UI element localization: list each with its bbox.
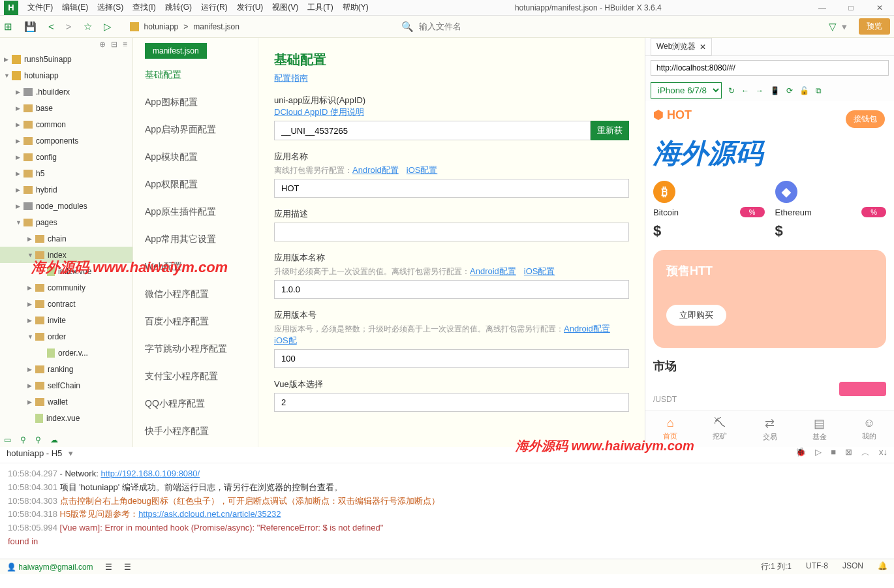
maximize-button[interactable]: □ xyxy=(837,0,865,16)
manifest-nav-item[interactable]: QQ小程序配置 xyxy=(133,390,258,418)
menu-item[interactable]: 文件(F) xyxy=(27,2,53,13)
manifest-nav-item[interactable]: App模块配置 xyxy=(133,144,258,171)
user-email[interactable]: 👤 haiwaym@gmail.com xyxy=(7,563,93,572)
phone-icon[interactable]: 📱 xyxy=(770,86,780,95)
manifest-nav-item[interactable]: App常用其它设置 xyxy=(133,226,258,253)
tree-item[interactable]: order.v... xyxy=(0,345,132,361)
nav-item[interactable]: ▤基金 xyxy=(795,416,844,442)
menu-item[interactable]: 运行(R) xyxy=(201,2,228,13)
tree-item[interactable]: ▼order xyxy=(0,328,132,345)
nav-back-icon[interactable]: < xyxy=(48,21,54,32)
appdesc-input[interactable] xyxy=(274,223,629,241)
vue-input[interactable] xyxy=(274,393,629,412)
nav-forward-icon[interactable]: > xyxy=(66,21,72,32)
collapse-icon[interactable]: ⊟ xyxy=(111,40,117,49)
sidebar-tool2-icon[interactable]: ⚲ xyxy=(20,435,26,444)
appname-input[interactable] xyxy=(274,179,629,198)
tree-item[interactable]: ▶config xyxy=(0,149,132,165)
filter-icon[interactable]: ▽ xyxy=(829,21,837,33)
star-icon[interactable]: ☆ xyxy=(84,21,92,33)
appid-input[interactable] xyxy=(274,121,591,140)
tree-item[interactable]: ▶selfChain xyxy=(0,377,132,394)
save-icon[interactable]: 💾 xyxy=(24,21,37,33)
nav-item[interactable]: ⇄交易 xyxy=(745,416,794,442)
tree-item[interactable]: ▶hybrid xyxy=(0,181,132,198)
editor-tab[interactable]: manifest.json xyxy=(145,43,207,59)
status-icon2[interactable]: ☰ xyxy=(124,563,131,572)
config-guide-link[interactable]: 配置指南 xyxy=(274,73,308,83)
breadcrumb-project[interactable]: hotuniapp xyxy=(144,22,179,31)
tree-item[interactable]: ▶wallet xyxy=(0,394,132,410)
buy-now-button[interactable]: 立即购买 xyxy=(666,305,726,326)
stop-icon[interactable]: ■ xyxy=(831,447,836,459)
manifest-nav-item[interactable]: App权限配置 xyxy=(133,171,258,198)
manifest-nav-item[interactable]: 支付宝小程序配置 xyxy=(133,363,258,390)
coin-card[interactable]: ₿Bitcoin%$ xyxy=(653,181,765,240)
tree-item[interactable]: ▶contract xyxy=(0,296,132,312)
tree-item[interactable]: ▼index xyxy=(0,247,132,263)
menu-item[interactable]: 工具(T) xyxy=(307,2,333,13)
menu-item[interactable]: 发行(U) xyxy=(237,2,264,13)
browser-tab[interactable]: Web浏览器✕ xyxy=(651,38,712,55)
appid-help-link[interactable]: DCloud AppID 使用说明 xyxy=(274,107,364,117)
collapse-console-icon[interactable]: ︿ xyxy=(861,447,870,459)
tree-item[interactable]: ▼hotuniapp xyxy=(0,67,132,84)
tree-item[interactable]: index.vue xyxy=(0,263,132,279)
regen-appid-button[interactable]: 重新获 xyxy=(591,121,629,140)
breadcrumb-file[interactable]: manifest.json xyxy=(193,22,239,31)
nav-item[interactable]: ⌂首页 xyxy=(645,416,695,442)
manifest-nav-item[interactable]: App启动界面配置 xyxy=(133,116,258,144)
bug-icon[interactable]: 🐞 xyxy=(795,447,806,459)
nav-item[interactable]: ⛏挖矿 xyxy=(695,416,745,442)
device-select[interactable]: iPhone 6/7/8 xyxy=(651,82,722,99)
tree-item[interactable]: ▶base xyxy=(0,100,132,116)
menu-item[interactable]: 帮助(Y) xyxy=(343,2,369,13)
file-search-input[interactable] xyxy=(419,22,549,31)
tree-item[interactable]: ▶chain xyxy=(0,230,132,247)
close-tab-icon[interactable]: ✕ xyxy=(700,42,706,52)
rotate-icon[interactable]: ⟳ xyxy=(786,86,793,95)
menu-item[interactable]: 视图(V) xyxy=(272,2,298,13)
tree-item[interactable]: ▶community xyxy=(0,279,132,296)
vername-input[interactable] xyxy=(274,280,629,299)
sidebar-tool3-icon[interactable]: ⚲ xyxy=(35,435,41,444)
back-icon[interactable]: ← xyxy=(741,86,749,95)
vercode-input[interactable] xyxy=(274,349,629,368)
nav-item[interactable]: ☺我的 xyxy=(844,416,894,442)
language-mode[interactable]: JSON xyxy=(842,561,863,572)
status-icon1[interactable]: ☰ xyxy=(105,563,112,572)
manifest-nav-item[interactable]: 字节跳动小程序配置 xyxy=(133,335,258,363)
tree-item[interactable]: ▶h5 xyxy=(0,165,132,181)
menu-item[interactable]: 查找(I) xyxy=(132,2,155,13)
sidebar-cloud-icon[interactable]: ☁ xyxy=(50,435,58,444)
tree-item[interactable]: ▶runsh5uinapp xyxy=(0,51,132,67)
run-icon[interactable]: ▷ xyxy=(104,21,112,33)
bell-icon[interactable]: 🔔 xyxy=(878,561,887,572)
refresh-icon[interactable]: ↻ xyxy=(728,86,735,95)
manifest-nav-item[interactable]: App图标配置 xyxy=(133,89,258,116)
tree-item[interactable]: index.vue xyxy=(0,410,132,426)
manifest-nav-item[interactable]: 微信小程序配置 xyxy=(133,281,258,308)
promo-card[interactable]: 预售HTT 立即购买 xyxy=(653,250,886,348)
tree-item[interactable]: ▶common xyxy=(0,116,132,132)
tree-item[interactable]: ▶invite xyxy=(0,312,132,328)
clear-icon[interactable]: ⊠ xyxy=(845,447,852,459)
tree-item[interactable]: ▶ranking xyxy=(0,361,132,377)
manifest-nav-item[interactable]: Web配置 xyxy=(133,253,258,281)
manifest-nav-item[interactable]: 百度小程序配置 xyxy=(133,308,258,335)
lock-icon[interactable]: 🔓 xyxy=(799,86,809,95)
manifest-nav-item[interactable]: 基础配置 xyxy=(133,61,258,89)
preview-button[interactable]: 预览 xyxy=(859,18,890,35)
tree-item[interactable]: ▶components xyxy=(0,132,132,149)
menu-icon[interactable]: ≡ xyxy=(123,40,127,49)
android-config-link[interactable]: Android配置 xyxy=(352,165,399,175)
connect-wallet-button[interactable]: 接钱包 xyxy=(846,110,885,128)
coin-card[interactable]: ◆Ethereum%$ xyxy=(775,181,887,240)
external-icon[interactable]: ⧉ xyxy=(816,86,822,95)
menu-item[interactable]: 选择(S) xyxy=(97,2,123,13)
search-icon[interactable]: 🔍 xyxy=(401,21,414,33)
tree-item[interactable]: ▶.hbuilderx xyxy=(0,84,132,100)
new-file-icon[interactable]: ⊞ xyxy=(4,21,12,33)
menu-item[interactable]: 编辑(E) xyxy=(62,2,88,13)
dropdown-icon[interactable]: ▾ xyxy=(842,21,847,33)
